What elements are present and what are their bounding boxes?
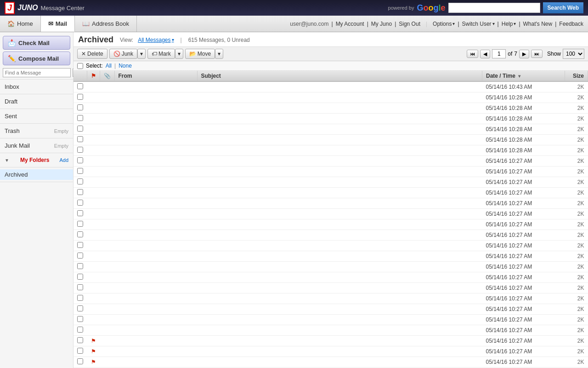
table-row[interactable]: 05/14/16 10:28 AM2K [74,103,588,114]
table-row[interactable]: 05/14/16 10:27 AM2K [74,198,588,209]
select-all-checkbox[interactable] [77,63,83,69]
row-checkbox[interactable] [77,115,83,121]
row-checkbox[interactable] [77,358,83,364]
table-row[interactable]: 05/14/16 10:27 AM2K [74,219,588,230]
my-account-link[interactable]: My Account [336,21,364,27]
sign-out-link[interactable]: Sign Out [399,21,420,27]
switch-user-dropdown[interactable]: Switch User [462,21,495,27]
col-header-subject[interactable]: Subject [197,71,482,81]
row-checkbox[interactable] [77,136,83,142]
table-row[interactable]: 05/14/16 10:27 AM2K [74,230,588,241]
row-checkbox[interactable] [77,126,83,132]
sidebar-item-archived[interactable]: Archived [0,169,73,180]
row-checkbox[interactable] [77,147,83,153]
table-row[interactable]: 05/14/16 10:27 AM2K [74,293,588,304]
row-checkbox[interactable] [77,168,83,174]
row-checkbox[interactable] [77,189,83,195]
col-header-size[interactable]: Size [565,71,588,81]
select-none-link[interactable]: None [119,63,132,69]
help-dropdown[interactable]: Help [502,21,516,27]
row-checkbox[interactable] [77,221,83,227]
prev-page-button[interactable]: ◀ [480,50,490,58]
sidebar-item-inbox[interactable]: Inbox [0,81,73,92]
row-checkbox[interactable] [77,295,83,301]
col-header-date[interactable]: Date / Time ▾ [482,71,565,81]
table-row[interactable]: 05/14/16 10:28 AM2K [74,114,588,124]
sidebar-item-draft[interactable]: Draft [0,96,73,107]
sidebar-item-junk-mail[interactable]: Junk Mail Empty [0,140,73,151]
row-checkbox[interactable] [77,263,83,269]
table-row[interactable]: 05/14/16 10:27 AM2K [74,241,588,251]
row-checkbox[interactable] [77,94,83,100]
last-page-button[interactable]: ⏭ [531,50,543,58]
options-dropdown[interactable]: Options [433,21,455,27]
table-row[interactable]: 05/14/16 10:28 AM2K [74,145,588,156]
junk-button[interactable]: 🚫 Junk [109,49,137,59]
search-web-button[interactable]: Search Web [543,2,583,13]
mark-dropdown-arrow[interactable]: ▾ [175,49,183,59]
col-header-attach[interactable]: 📎 [100,71,114,81]
table-row[interactable]: 05/14/16 10:27 AM2K [74,209,588,219]
add-folder-link[interactable]: Add [59,157,68,163]
my-juno-link[interactable]: My Juno [371,21,392,27]
junk-empty-action[interactable]: Empty [54,143,68,149]
my-folders-label[interactable]: My Folders [20,157,49,163]
next-page-button[interactable]: ▶ [519,50,529,58]
row-checkbox[interactable] [77,316,83,322]
row-checkbox[interactable] [77,348,83,354]
table-row[interactable]: 05/14/16 10:27 AM2K [74,177,588,188]
row-checkbox[interactable] [77,83,83,89]
row-checkbox[interactable] [77,104,83,110]
move-button[interactable]: 📂 Move [185,49,215,59]
table-row[interactable]: 05/14/16 10:27 AM2K [74,188,588,198]
table-row[interactable]: 05/14/16 10:27 AM2K [74,167,588,177]
trash-empty-action[interactable]: Empty [54,128,68,134]
view-selector-dropdown[interactable]: All Messages ▾ [138,37,174,43]
junk-dropdown-arrow[interactable]: ▾ [137,49,146,59]
mark-button[interactable]: 🏷 Mark [147,49,175,59]
table-row[interactable]: 05/14/16 10:27 AM2K [74,325,588,336]
table-row[interactable]: 05/14/16 10:28 AM2K [74,92,588,103]
check-mail-button[interactable]: 📩 Check Mail [3,36,70,50]
sidebar-item-sent[interactable]: Sent [0,111,73,121]
sidebar-item-trash[interactable]: Trash Empty [0,126,73,136]
table-row[interactable]: 05/14/16 10:27 AM2K [74,272,588,283]
table-row[interactable]: 05/14/16 10:27 AM2K [74,304,588,315]
tab-mail[interactable]: ✉ Mail [41,16,75,32]
table-row[interactable]: 05/14/16 10:28 AM2K [74,135,588,145]
table-row[interactable]: ⚑05/14/16 10:27 AM2K [74,346,588,357]
table-row[interactable]: 05/14/16 10:43 AM2K [74,81,588,92]
table-row[interactable]: 05/14/16 10:27 AM2K [74,315,588,325]
whats-new-link[interactable]: What's New [523,21,553,27]
move-dropdown-arrow[interactable]: ▾ [215,49,223,59]
first-page-button[interactable]: ⏮ [467,50,478,58]
row-checkbox[interactable] [77,305,83,311]
col-header-flag[interactable]: ⚑ [87,71,100,81]
row-checkbox[interactable] [77,284,83,290]
table-row[interactable]: 05/14/16 10:27 AM2K [74,262,588,272]
page-number-input[interactable] [492,49,506,58]
table-row[interactable]: ⚑05/14/16 10:27 AM2K [74,336,588,346]
col-header-from[interactable]: From [114,71,197,81]
table-row[interactable]: 05/14/16 10:27 AM2K [74,251,588,262]
row-checkbox[interactable] [77,242,83,248]
table-row[interactable]: 05/14/16 10:27 AM2K [74,283,588,293]
table-row[interactable]: 05/14/16 10:27 AM2K [74,156,588,167]
table-row[interactable]: ⚑05/14/16 10:27 AM2K [74,357,588,368]
row-checkbox[interactable] [77,253,83,259]
delete-button[interactable]: ✕ Delete [77,49,107,59]
find-message-input[interactable] [3,68,71,77]
web-search-input[interactable] [448,3,540,13]
row-checkbox[interactable] [77,178,83,184]
feedback-link[interactable]: Feedback [559,21,583,27]
tab-home[interactable]: 🏠 Home [0,16,41,32]
row-checkbox[interactable] [77,210,83,216]
show-count-select[interactable]: 100 50 25 [563,49,584,59]
compose-mail-button[interactable]: ✏️ Compose Mail [3,52,70,65]
tab-address-book[interactable]: 📖 Address Book [75,16,137,32]
row-checkbox[interactable] [77,200,83,206]
table-row[interactable]: 05/14/16 10:28 AM2K [74,124,588,135]
row-checkbox[interactable] [77,274,83,280]
select-all-link[interactable]: All [106,63,112,69]
row-checkbox[interactable] [77,327,83,333]
